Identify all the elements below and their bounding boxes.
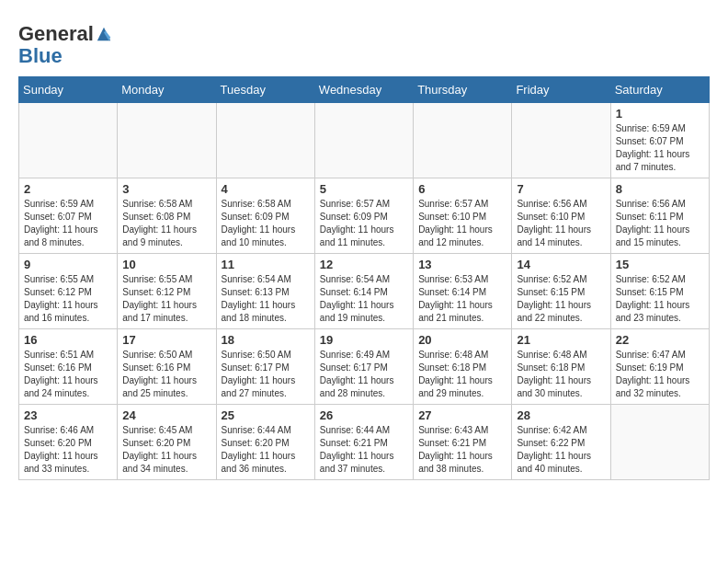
- day-number: 26: [320, 408, 408, 422]
- day-number: 21: [517, 333, 605, 347]
- calendar-cell: 27Sunrise: 6:43 AM Sunset: 6:21 PM Dayli…: [414, 405, 512, 480]
- day-number: 23: [24, 408, 112, 422]
- calendar-cell: [414, 103, 512, 178]
- calendar-week-2: 2Sunrise: 6:59 AM Sunset: 6:07 PM Daylig…: [19, 178, 710, 254]
- calendar-cell: 22Sunrise: 6:47 AM Sunset: 6:19 PM Dayli…: [610, 329, 709, 405]
- weekday-thursday: Thursday: [414, 77, 512, 103]
- day-info: Sunrise: 6:49 AM Sunset: 6:17 PM Dayligh…: [320, 349, 408, 400]
- logo-text-general: General: [18, 23, 94, 45]
- day-number: 22: [616, 333, 704, 347]
- day-info: Sunrise: 6:54 AM Sunset: 6:13 PM Dayligh…: [222, 273, 310, 325]
- day-info: Sunrise: 6:42 AM Sunset: 6:22 PM Dayligh…: [517, 424, 605, 476]
- weekday-header-row: SundayMondayTuesdayWednesdayThursdayFrid…: [19, 77, 710, 103]
- day-number: 2: [24, 182, 112, 196]
- calendar-cell: 28Sunrise: 6:42 AM Sunset: 6:22 PM Dayli…: [512, 405, 610, 480]
- day-info: Sunrise: 6:44 AM Sunset: 6:21 PM Dayligh…: [320, 424, 408, 476]
- day-info: Sunrise: 6:48 AM Sunset: 6:18 PM Dayligh…: [517, 349, 605, 400]
- weekday-wednesday: Wednesday: [314, 77, 413, 103]
- day-info: Sunrise: 6:51 AM Sunset: 6:16 PM Dayligh…: [24, 349, 112, 400]
- calendar-cell: [610, 405, 709, 480]
- calendar-cell: 1Sunrise: 6:59 AM Sunset: 6:07 PM Daylig…: [610, 103, 709, 178]
- day-number: 9: [24, 258, 112, 271]
- weekday-saturday: Saturday: [610, 77, 709, 103]
- calendar-cell: [216, 103, 314, 178]
- day-info: Sunrise: 6:50 AM Sunset: 6:17 PM Dayligh…: [222, 349, 310, 400]
- weekday-monday: Monday: [118, 77, 216, 103]
- day-info: Sunrise: 6:55 AM Sunset: 6:12 PM Dayligh…: [122, 273, 210, 325]
- day-number: 16: [24, 333, 112, 347]
- calendar-cell: 24Sunrise: 6:45 AM Sunset: 6:20 PM Dayli…: [118, 405, 216, 480]
- calendar-cell: 15Sunrise: 6:52 AM Sunset: 6:15 PM Dayli…: [610, 254, 709, 329]
- day-info: Sunrise: 6:43 AM Sunset: 6:21 PM Dayligh…: [418, 424, 506, 476]
- day-info: Sunrise: 6:52 AM Sunset: 6:15 PM Dayligh…: [616, 273, 704, 325]
- calendar-cell: 25Sunrise: 6:44 AM Sunset: 6:20 PM Dayli…: [216, 405, 314, 480]
- day-number: 7: [517, 182, 605, 196]
- calendar-cell: [19, 103, 118, 178]
- calendar-cell: 17Sunrise: 6:50 AM Sunset: 6:16 PM Dayli…: [118, 329, 216, 405]
- calendar-week-5: 23Sunrise: 6:46 AM Sunset: 6:20 PM Dayli…: [19, 405, 710, 480]
- day-number: 19: [320, 333, 408, 347]
- calendar-cell: [512, 103, 610, 178]
- day-number: 24: [122, 408, 210, 422]
- day-info: Sunrise: 6:47 AM Sunset: 6:19 PM Dayligh…: [616, 349, 704, 400]
- logo: General Blue: [18, 23, 112, 67]
- calendar-cell: 6Sunrise: 6:57 AM Sunset: 6:10 PM Daylig…: [414, 178, 512, 254]
- calendar-cell: 12Sunrise: 6:54 AM Sunset: 6:14 PM Dayli…: [314, 254, 413, 329]
- weekday-friday: Friday: [512, 77, 610, 103]
- day-info: Sunrise: 6:57 AM Sunset: 6:10 PM Dayligh…: [418, 198, 506, 249]
- calendar-cell: 20Sunrise: 6:48 AM Sunset: 6:18 PM Dayli…: [414, 329, 512, 405]
- day-number: 20: [418, 333, 506, 347]
- day-info: Sunrise: 6:54 AM Sunset: 6:14 PM Dayligh…: [320, 273, 408, 325]
- day-number: 6: [418, 182, 506, 196]
- calendar-cell: 7Sunrise: 6:56 AM Sunset: 6:10 PM Daylig…: [512, 178, 610, 254]
- day-info: Sunrise: 6:52 AM Sunset: 6:15 PM Dayligh…: [517, 273, 605, 325]
- calendar-cell: 21Sunrise: 6:48 AM Sunset: 6:18 PM Dayli…: [512, 329, 610, 405]
- day-number: 27: [418, 408, 506, 422]
- calendar-week-3: 9Sunrise: 6:55 AM Sunset: 6:12 PM Daylig…: [19, 254, 710, 329]
- day-info: Sunrise: 6:53 AM Sunset: 6:14 PM Dayligh…: [418, 273, 506, 325]
- day-info: Sunrise: 6:57 AM Sunset: 6:09 PM Dayligh…: [320, 198, 408, 249]
- calendar-cell: 8Sunrise: 6:56 AM Sunset: 6:11 PM Daylig…: [610, 178, 709, 254]
- day-info: Sunrise: 6:44 AM Sunset: 6:20 PM Dayligh…: [222, 424, 310, 476]
- calendar-cell: [314, 103, 413, 178]
- day-info: Sunrise: 6:58 AM Sunset: 6:09 PM Dayligh…: [222, 198, 310, 249]
- weekday-sunday: Sunday: [19, 77, 118, 103]
- calendar-cell: 3Sunrise: 6:58 AM Sunset: 6:08 PM Daylig…: [118, 178, 216, 254]
- day-number: 15: [616, 258, 704, 271]
- day-number: 14: [517, 258, 605, 271]
- calendar-cell: 4Sunrise: 6:58 AM Sunset: 6:09 PM Daylig…: [216, 178, 314, 254]
- calendar-cell: 16Sunrise: 6:51 AM Sunset: 6:16 PM Dayli…: [19, 329, 118, 405]
- logo-icon: [96, 26, 112, 42]
- day-number: 1: [616, 107, 704, 121]
- calendar-cell: 5Sunrise: 6:57 AM Sunset: 6:09 PM Daylig…: [314, 178, 413, 254]
- weekday-tuesday: Tuesday: [216, 77, 314, 103]
- day-number: 5: [320, 182, 408, 196]
- day-info: Sunrise: 6:56 AM Sunset: 6:10 PM Dayligh…: [517, 198, 605, 249]
- calendar-cell: 2Sunrise: 6:59 AM Sunset: 6:07 PM Daylig…: [19, 178, 118, 254]
- calendar-cell: 9Sunrise: 6:55 AM Sunset: 6:12 PM Daylig…: [19, 254, 118, 329]
- day-number: 4: [222, 182, 310, 196]
- calendar-cell: 26Sunrise: 6:44 AM Sunset: 6:21 PM Dayli…: [314, 405, 413, 480]
- day-number: 10: [122, 258, 210, 271]
- day-number: 11: [222, 258, 310, 271]
- calendar-cell: 14Sunrise: 6:52 AM Sunset: 6:15 PM Dayli…: [512, 254, 610, 329]
- day-info: Sunrise: 6:59 AM Sunset: 6:07 PM Dayligh…: [616, 122, 704, 174]
- day-number: 3: [122, 182, 210, 196]
- day-number: 17: [122, 333, 210, 347]
- calendar-week-4: 16Sunrise: 6:51 AM Sunset: 6:16 PM Dayli…: [19, 329, 710, 405]
- day-info: Sunrise: 6:56 AM Sunset: 6:11 PM Dayligh…: [616, 198, 704, 249]
- day-number: 28: [517, 408, 605, 422]
- day-number: 18: [222, 333, 310, 347]
- page-header: General Blue: [18, 18, 710, 67]
- day-info: Sunrise: 6:55 AM Sunset: 6:12 PM Dayligh…: [24, 273, 112, 325]
- calendar-cell: 11Sunrise: 6:54 AM Sunset: 6:13 PM Dayli…: [216, 254, 314, 329]
- calendar-cell: 18Sunrise: 6:50 AM Sunset: 6:17 PM Dayli…: [216, 329, 314, 405]
- calendar-cell: [118, 103, 216, 178]
- calendar-week-1: 1Sunrise: 6:59 AM Sunset: 6:07 PM Daylig…: [19, 103, 710, 178]
- day-number: 25: [222, 408, 310, 422]
- day-number: 13: [418, 258, 506, 271]
- day-info: Sunrise: 6:48 AM Sunset: 6:18 PM Dayligh…: [418, 349, 506, 400]
- day-number: 8: [616, 182, 704, 196]
- day-info: Sunrise: 6:58 AM Sunset: 6:08 PM Dayligh…: [122, 198, 210, 249]
- calendar-cell: 10Sunrise: 6:55 AM Sunset: 6:12 PM Dayli…: [118, 254, 216, 329]
